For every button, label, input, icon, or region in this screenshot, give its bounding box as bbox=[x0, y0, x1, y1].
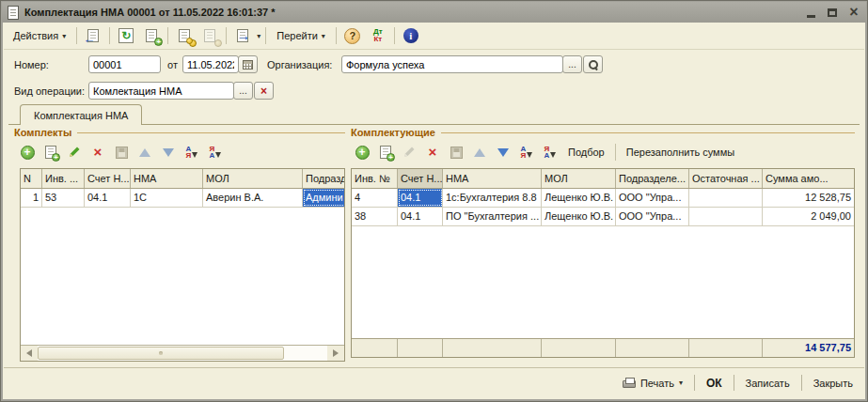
operation-select-button[interactable]: ... bbox=[233, 82, 253, 100]
table-cell[interactable]: 04.1 bbox=[85, 189, 131, 207]
move-up-button[interactable] bbox=[135, 143, 154, 162]
refresh-button[interactable]: ↻ bbox=[115, 25, 137, 46]
close-button[interactable]: × bbox=[847, 6, 860, 19]
table-cell[interactable]: Лещенко Ю.В. bbox=[542, 208, 616, 225]
table-row[interactable]: 15304.11САверин В.А.Админи bbox=[21, 189, 344, 208]
operation-clear-button[interactable]: × bbox=[254, 82, 274, 100]
table-cell[interactable]: 4 bbox=[352, 189, 398, 207]
move-up-button[interactable] bbox=[470, 143, 489, 162]
table-cell[interactable]: ООО "Упра... bbox=[616, 189, 689, 207]
column-header[interactable]: Подразделе... bbox=[616, 169, 689, 188]
column-header[interactable]: Сумма амо... bbox=[763, 169, 855, 188]
column-header[interactable]: Счет Н... bbox=[85, 169, 131, 188]
number-input[interactable] bbox=[88, 55, 161, 73]
edit-row-button[interactable] bbox=[400, 143, 418, 162]
add-row-button[interactable]: + bbox=[18, 143, 37, 162]
table-cell[interactable]: 04.1 bbox=[398, 208, 443, 225]
table-row[interactable]: 404.11с:Бухгалтерия 8.8Лещенко Ю.В.ООО "… bbox=[352, 189, 854, 208]
help-button[interactable]: ? bbox=[341, 25, 364, 46]
table-cell[interactable]: Лещенко Ю.В. bbox=[542, 189, 616, 207]
table-cell[interactable]: 2 049,00 bbox=[763, 208, 855, 225]
date-input[interactable] bbox=[182, 55, 239, 73]
table-cell[interactable]: 1С bbox=[131, 189, 203, 207]
maximize-button[interactable] bbox=[826, 6, 839, 19]
tab-komplektacia-nma[interactable]: Комплектация НМА bbox=[20, 104, 142, 125]
minimize-button[interactable] bbox=[804, 6, 817, 19]
table-cell[interactable] bbox=[689, 189, 763, 207]
operation-kind-input[interactable] bbox=[88, 82, 234, 100]
dtkt-button[interactable]: Дт Кт bbox=[367, 25, 389, 46]
pencil-icon bbox=[402, 146, 416, 159]
copy-document-button[interactable]: + bbox=[140, 25, 163, 46]
sort-asc-button[interactable]: А Я bbox=[517, 143, 536, 162]
organization-open-button[interactable] bbox=[583, 55, 603, 73]
move-down-button[interactable] bbox=[159, 143, 178, 162]
calendar-button[interactable] bbox=[238, 55, 258, 73]
unpost-document-button[interactable] bbox=[198, 25, 221, 46]
print-button[interactable]: Печать ▾ bbox=[619, 375, 687, 392]
copy-row-button[interactable]: + bbox=[376, 143, 395, 162]
close-form-button[interactable]: Закрыть bbox=[810, 375, 857, 392]
scrollbar-thumb[interactable] bbox=[38, 347, 284, 360]
refresh-icon: ↻ bbox=[118, 28, 134, 43]
delete-row-button[interactable]: × bbox=[88, 143, 107, 162]
table-cell[interactable]: ООО "Упра... bbox=[616, 208, 689, 225]
actions-button[interactable]: Действия ▾ bbox=[8, 27, 71, 44]
delete-row-button[interactable]: × bbox=[423, 143, 442, 162]
sort-desc-button[interactable]: Я А bbox=[541, 143, 560, 162]
add-row-button[interactable]: + bbox=[353, 143, 371, 162]
column-header[interactable]: НМА bbox=[443, 169, 542, 188]
end-edit-button[interactable] bbox=[112, 143, 131, 162]
table-cell[interactable]: 38 bbox=[352, 208, 398, 225]
arrow-down-icon bbox=[497, 148, 509, 157]
create-based-on-button[interactable]: → bbox=[231, 25, 254, 46]
column-header[interactable]: МОЛ bbox=[203, 169, 303, 188]
table-cell[interactable]: Аверин В.А. bbox=[203, 189, 303, 207]
end-edit-button[interactable] bbox=[447, 143, 466, 162]
column-header[interactable]: Счет Н... bbox=[398, 169, 443, 188]
sort-asc-button[interactable]: А Я bbox=[182, 143, 201, 162]
table-cell[interactable] bbox=[689, 208, 763, 225]
ok-button[interactable]: ОК bbox=[702, 374, 726, 393]
table-cell[interactable]: 1с:Бухгалтерия 8.8 bbox=[443, 189, 542, 207]
edit-row-button[interactable] bbox=[65, 143, 84, 162]
goto-button[interactable]: Перейти ▾ bbox=[271, 27, 331, 44]
save-button[interactable]: Записать bbox=[742, 375, 794, 392]
table-cell[interactable]: 1 bbox=[21, 189, 42, 207]
move-down-button[interactable] bbox=[494, 143, 513, 162]
table-header: NИнв. ...Счет Н...НМАМОЛПодразд bbox=[21, 169, 344, 189]
column-header[interactable]: Инв. № bbox=[352, 169, 398, 188]
podbor-button[interactable]: Подбор bbox=[564, 145, 608, 160]
footer-cell bbox=[542, 339, 616, 357]
scrollbar-track[interactable] bbox=[284, 346, 327, 361]
window-title: Комплектация НМА 00001 от 11.05.2022 16:… bbox=[24, 7, 798, 18]
info-button[interactable]: i bbox=[400, 25, 422, 46]
scroll-right-button[interactable] bbox=[327, 346, 344, 361]
table-cell[interactable]: 04.1 bbox=[398, 189, 443, 207]
chevron-down-icon[interactable]: ▾ bbox=[257, 32, 260, 40]
copy-row-button[interactable]: + bbox=[41, 143, 60, 162]
komplekty-table[interactable]: NИнв. ...Счет Н...НМАМОЛПодразд 15304.11… bbox=[20, 168, 345, 362]
komplektuyushchie-table[interactable]: Инв. №Счет Н...НМАМОЛПодразделе...Остато… bbox=[351, 168, 855, 358]
table-cell[interactable]: 53 bbox=[42, 189, 85, 207]
horizontal-scrollbar[interactable] bbox=[21, 345, 344, 361]
column-header[interactable]: Остаточная ... bbox=[689, 169, 763, 188]
post-document-button[interactable] bbox=[173, 25, 196, 46]
scroll-left-button[interactable] bbox=[21, 346, 38, 361]
table-cell[interactable]: ПО "Бухгалтерия ... bbox=[443, 208, 542, 225]
column-header[interactable]: Инв. ... bbox=[42, 169, 85, 188]
title-bar[interactable]: Комплектация НМА 00001 от 11.05.2022 16:… bbox=[2, 2, 866, 23]
organization-select-button[interactable]: ... bbox=[562, 55, 582, 73]
column-header[interactable]: МОЛ bbox=[542, 169, 616, 188]
column-header[interactable]: N bbox=[21, 169, 42, 188]
table-cell[interactable]: Админи bbox=[303, 189, 345, 207]
sort-desc-button[interactable]: Я А bbox=[206, 143, 225, 162]
organization-input[interactable] bbox=[341, 55, 563, 73]
column-header[interactable]: НМА bbox=[131, 169, 203, 188]
arrow-down-icon bbox=[163, 148, 174, 157]
table-row[interactable]: 3804.1ПО "Бухгалтерия ...Лещенко Ю.В.ООО… bbox=[352, 208, 854, 226]
reread-button[interactable]: ← bbox=[82, 25, 104, 46]
refill-amounts-button[interactable]: Перезаполнить суммы bbox=[623, 145, 738, 160]
table-cell[interactable]: 12 528,75 bbox=[763, 189, 855, 207]
column-header[interactable]: Подразд bbox=[303, 169, 345, 188]
